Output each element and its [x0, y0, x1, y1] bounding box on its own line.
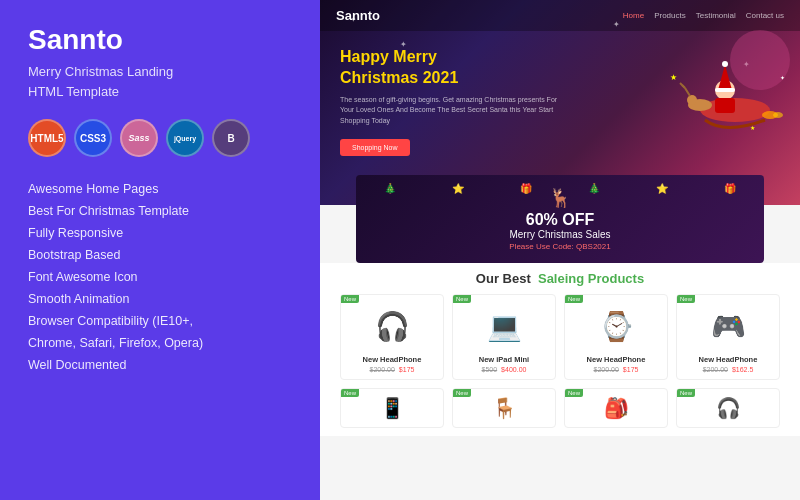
svg-line-9 — [685, 88, 690, 96]
sale-title: 60% OFF — [372, 211, 748, 229]
hero-title: Happy Merry Christmas 2021 — [340, 47, 564, 89]
sass-badge: Sass — [120, 119, 158, 157]
product-image: 🎧 — [347, 301, 437, 351]
product-tag: New — [565, 389, 583, 397]
nav-links: Home Products Testimonial Contact us — [623, 11, 784, 20]
sale-banner: 🎄⭐🎁🎄⭐🎁 🦌 60% OFF Merry Christmas Sales P… — [356, 175, 764, 263]
jquery-badge: jQuery — [166, 119, 204, 157]
product-card: New ⌚ New HeadPhone $200.00 $175 — [564, 294, 668, 380]
product-image: 💻 — [459, 301, 549, 351]
nav-home[interactable]: Home — [623, 11, 644, 20]
products-title: Our Best Saleing Products — [340, 271, 780, 286]
sale-code: Please Use Code: QBS2021 — [372, 242, 748, 251]
sale-subtitle: Merry Christmas Sales — [372, 229, 748, 240]
product-card-small: New 📱 — [340, 388, 444, 428]
hero-description: The season of gift-giving begins. Get am… — [340, 95, 564, 127]
svg-text:★: ★ — [670, 73, 677, 82]
bootstrap-badge: B — [212, 119, 250, 157]
svg-point-6 — [722, 61, 728, 67]
hero-title-line1: Happy Merry — [340, 48, 437, 65]
svg-rect-5 — [715, 88, 735, 92]
product-card: New 🎧 New HeadPhone $200.00 $175 — [340, 294, 444, 380]
svg-point-13 — [773, 112, 783, 118]
svg-line-11 — [682, 85, 685, 88]
nav-products[interactable]: Products — [654, 11, 686, 20]
new-price: $400.00 — [501, 366, 526, 373]
product-tag: New — [341, 295, 359, 303]
feature-item: Bootstrap Based — [28, 245, 292, 265]
product-tag: New — [341, 389, 359, 397]
svg-point-0 — [730, 30, 790, 90]
new-price: $162.5 — [732, 366, 753, 373]
brand-subtitle: Merry Christmas LandingHTML Template — [28, 62, 292, 101]
sale-banner-wrapper: 🎄⭐🎁🎄⭐🎁 🦌 60% OFF Merry Christmas Sales P… — [320, 205, 800, 263]
feature-item: Browser Compatibility (IE10+, — [28, 311, 292, 331]
product-tag: New — [453, 295, 471, 303]
feature-item: Best For Christmas Template — [28, 201, 292, 221]
features-list: Awesome Home Pages Best For Christmas Te… — [28, 179, 292, 375]
product-card-small: New 🎧 — [676, 388, 780, 428]
product-image: ⌚ — [571, 301, 661, 351]
svg-marker-4 — [718, 65, 732, 90]
product-price: $200.00 $162.5 — [683, 366, 773, 373]
old-price: $200.00 — [703, 366, 728, 373]
nav-testimonial[interactable]: Testimonial — [696, 11, 736, 20]
product-card-small: New 🪑 — [452, 388, 556, 428]
product-name: New iPad Mini — [459, 355, 549, 364]
new-price: $175 — [399, 366, 415, 373]
svg-point-8 — [687, 95, 697, 105]
svg-text:✦: ✦ — [780, 75, 785, 81]
product-tag: New — [565, 295, 583, 303]
svg-text:★: ★ — [750, 125, 755, 131]
hero-content: Happy Merry Christmas 2021 The season of… — [320, 31, 584, 172]
star-decoration: ✦ — [400, 40, 407, 49]
left-panel: Sannto Merry Christmas LandingHTML Templ… — [0, 0, 320, 500]
product-card: New 💻 New iPad Mini $500 $400.00 — [452, 294, 556, 380]
product-tag: New — [677, 295, 695, 303]
product-price: $200.00 $175 — [571, 366, 661, 373]
tech-badges: HTML5 CSS3 Sass jQuery B — [28, 119, 292, 157]
products-section: Our Best Saleing Products New 🎧 New Head… — [320, 263, 800, 436]
old-price: $500 — [482, 366, 498, 373]
product-price: $200.00 $175 — [347, 366, 437, 373]
product-card-small: New 🎒 — [564, 388, 668, 428]
old-price: $200.00 — [594, 366, 619, 373]
new-price: $175 — [623, 366, 639, 373]
old-price: $200.00 — [370, 366, 395, 373]
nav-contact[interactable]: Contact us — [746, 11, 784, 20]
products-title-black: Our Best — [476, 271, 531, 286]
product-name: New HeadPhone — [347, 355, 437, 364]
svg-rect-3 — [715, 98, 735, 113]
products-grid: New 🎧 New HeadPhone $200.00 $175 New 💻 N… — [340, 294, 780, 380]
css3-badge: CSS3 — [74, 119, 112, 157]
feature-item: Awesome Home Pages — [28, 179, 292, 199]
nav-logo: Sannto — [336, 8, 380, 23]
shopping-now-button[interactable]: Shopping Now — [340, 139, 410, 156]
html5-badge: HTML5 — [28, 119, 66, 157]
right-panel: ✦ ✦ ✦ ✦ ✦ Sannto Home Products Testimoni… — [320, 0, 800, 500]
hero-illustration: ★ ★ ✦ — [650, 20, 790, 160]
product-name: New HeadPhone — [571, 355, 661, 364]
star-decoration: ✦ — [613, 20, 620, 29]
feature-item: Chrome, Safari, Firefox, Opera) — [28, 333, 292, 353]
products-row2: New 📱 New 🪑 New 🎒 New 🎧 — [340, 388, 780, 428]
feature-item: Well Documented — [28, 355, 292, 375]
product-card: New 🎮 New HeadPhone $200.00 $162.5 — [676, 294, 780, 380]
feature-item: Fully Responsive — [28, 223, 292, 243]
feature-item: Smooth Animation — [28, 289, 292, 309]
product-price: $500 $400.00 — [459, 366, 549, 373]
hero-title-line2: Christmas 2021 — [340, 69, 458, 86]
product-tag: New — [453, 389, 471, 397]
product-tag: New — [677, 389, 695, 397]
product-name: New HeadPhone — [683, 355, 773, 364]
brand-title: Sannto — [28, 24, 292, 56]
feature-item: Font Awesome Icon — [28, 267, 292, 287]
products-title-green: Saleing Products — [538, 271, 644, 286]
product-image: 🎮 — [683, 301, 773, 351]
star-decoration: ✦ — [350, 15, 357, 24]
banner-decorations: 🎄⭐🎁🎄⭐🎁 — [356, 183, 764, 194]
